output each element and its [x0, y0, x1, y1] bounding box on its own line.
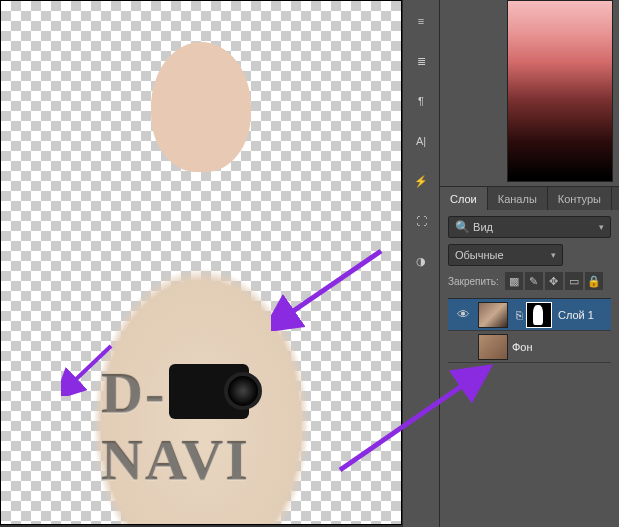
lock-all-icon[interactable]: 🔒	[585, 272, 603, 290]
layer-thumbnail[interactable]	[478, 302, 508, 328]
layer-row[interactable]: 👁⎘Слой 1	[448, 299, 611, 331]
chevron-down-icon: ▾	[551, 250, 556, 260]
blend-mode-label: Обычные	[455, 249, 504, 261]
stamp-icon[interactable]: ⛶	[408, 208, 434, 234]
layer-name-label[interactable]: Фон	[512, 341, 533, 353]
layer-row[interactable]: Фон	[448, 331, 611, 363]
blend-mode-select[interactable]: Обычные ▾	[448, 244, 563, 266]
character-icon[interactable]: A|	[408, 128, 434, 154]
lock-position-icon[interactable]: ✥	[545, 272, 563, 290]
lock-label: Закрепить:	[448, 276, 499, 287]
link-icon: ⎘	[512, 309, 526, 321]
filter-label: Вид	[473, 221, 493, 233]
layer-filter-select[interactable]: 🔍 Вид ▾	[448, 216, 611, 238]
layer-thumbnail[interactable]	[478, 334, 508, 360]
lock-transparency-icon[interactable]: ▩	[505, 272, 523, 290]
search-icon: 🔍	[455, 220, 470, 234]
document-canvas[interactable]: D-NAVI	[0, 0, 402, 525]
lock-artboard-icon[interactable]: ▭	[565, 272, 583, 290]
paragraph-icon[interactable]: ¶	[408, 88, 434, 114]
tab-paths[interactable]: Контуры	[548, 187, 612, 210]
watermark-text: D-NAVI	[101, 360, 301, 494]
color-picker-panel[interactable]	[440, 0, 619, 186]
layers-panel-body: 🔍 Вид ▾ Обычные ▾ Закрепить: ▩ ✎ ✥ ▭ 🔒 👁…	[440, 210, 619, 527]
tab-layers[interactable]: Слои	[440, 187, 488, 210]
panel-dock-strip: ≡≣¶A|⚡⛶◑	[402, 0, 440, 527]
layer-mask-thumbnail[interactable]	[526, 302, 552, 328]
right-panels: Слои Каналы Контуры 🔍 Вид ▾ Обычные ▾ За…	[440, 0, 619, 527]
justify-icon[interactable]: ≣	[408, 48, 434, 74]
lock-pixels-icon[interactable]: ✎	[525, 272, 543, 290]
chevron-down-icon: ▾	[599, 222, 604, 232]
flash-icon[interactable]: ⚡	[408, 168, 434, 194]
tab-channels[interactable]: Каналы	[488, 187, 548, 210]
color-gradient-swatch[interactable]	[507, 0, 613, 182]
history-icon[interactable]: ◑	[408, 248, 434, 274]
layer-name-label[interactable]: Слой 1	[558, 309, 594, 321]
visibility-toggle-icon[interactable]: 👁	[452, 307, 474, 322]
align-distribute-icon[interactable]: ≡	[408, 8, 434, 34]
layers-panel-tabs: Слои Каналы Контуры	[440, 186, 619, 210]
layer-list: 👁⎘Слой 1Фон	[448, 298, 611, 527]
